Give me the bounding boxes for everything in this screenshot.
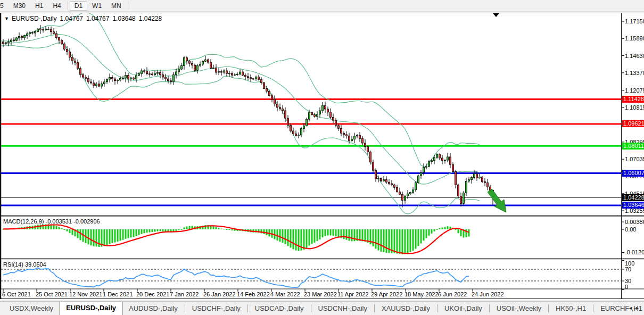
bollinger-upper-band <box>0 13 480 167</box>
symbol-tab-usdcad-daily[interactable]: USDCAD-,Daily <box>249 302 310 315</box>
tab-separator <box>247 304 248 312</box>
chart-window[interactable] <box>0 13 644 299</box>
horizontal-level-lines[interactable] <box>1 100 621 205</box>
tab-separator <box>311 304 311 312</box>
timeframe-button-w1[interactable]: W1 <box>87 2 106 10</box>
tab-scroll-left-button[interactable]: ◄ <box>628 305 635 311</box>
timeframe-button-h1[interactable]: H1 <box>30 2 48 10</box>
symbol-tab-ukoil-daily[interactable]: UKOil-,Daily <box>438 302 489 315</box>
tab-separator <box>593 304 593 312</box>
trading-terminal-window: 5M30H1H4D1W1MN ▼EURUSD-,Daily1.047671.04… <box>0 0 644 315</box>
tab-scroll-buttons: ◄► <box>628 305 642 311</box>
timeframe-button-5[interactable]: 5 <box>0 2 9 10</box>
macd-pane <box>3 224 470 254</box>
symbol-tab-xauusd-daily[interactable]: XAUUSD-,Daily <box>375 302 436 315</box>
timeframe-toolbar: 5M30H1H4D1W1MN <box>0 0 644 12</box>
symbol-tab-bar: USDX,WeeklyEURUSD-,DailyAUDUSD-,DailyUSD… <box>0 301 644 315</box>
candlestick-series <box>3 25 494 208</box>
symbol-tab-eurusd-daily[interactable]: EURUSD-,Daily <box>60 301 122 315</box>
tab-scroll-right-button[interactable]: ► <box>635 305 642 311</box>
rsi-pane <box>1 268 621 287</box>
bollinger-lower-band <box>0 43 480 214</box>
chart-canvas[interactable] <box>0 13 644 299</box>
timeframe-button-h4[interactable]: H4 <box>48 2 65 10</box>
timeframe-button-m30[interactable]: M30 <box>9 2 30 10</box>
bollinger-bands <box>0 13 480 214</box>
sell-signal-arrow[interactable] <box>488 189 506 212</box>
tab-separator <box>489 304 490 312</box>
timeframe-button-d1[interactable]: D1 <box>70 1 87 11</box>
pane-borders <box>0 13 644 299</box>
symbol-tab-usoil-weekly[interactable]: USOil-,Weekly <box>490 302 548 315</box>
symbol-tab-hk50-h1[interactable]: HK50-,H1 <box>549 302 592 315</box>
timeframe-button-mn[interactable]: MN <box>106 2 126 10</box>
symbol-tab-audusd-daily[interactable]: AUDUSD-,Daily <box>122 302 184 315</box>
symbol-tab-usdx-weekly[interactable]: USDX,Weekly <box>3 302 60 315</box>
symbol-tab-usdchf-daily[interactable]: USDCHF-,Daily <box>186 302 247 315</box>
price-pane <box>0 13 621 214</box>
toolbar-separator <box>68 2 68 10</box>
tab-separator <box>548 304 549 312</box>
tab-separator <box>437 304 437 312</box>
tab-separator <box>185 304 185 312</box>
symbol-tab-usdcnh-daily[interactable]: USDCNH-,Daily <box>312 302 374 315</box>
toolbar-separator <box>128 2 128 10</box>
rsi-line <box>3 268 469 287</box>
chart-shift-marker-icon <box>493 13 499 17</box>
tab-separator <box>374 304 375 312</box>
